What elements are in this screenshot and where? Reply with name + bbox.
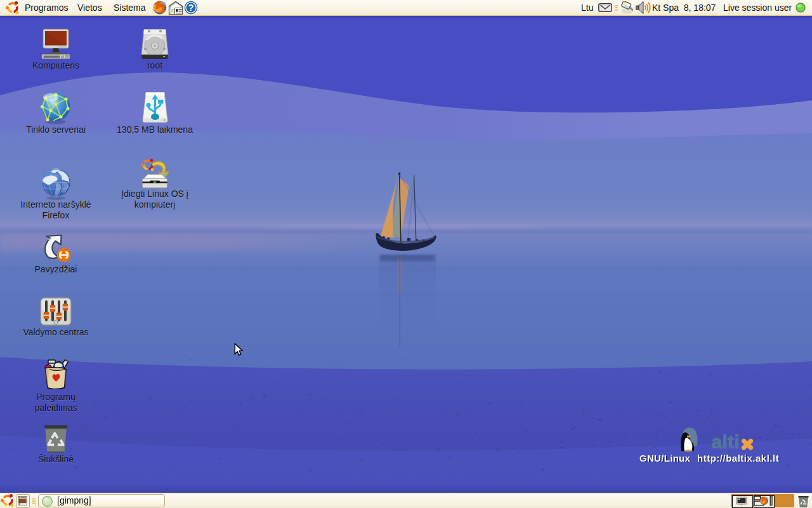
svg-text:alti: alti [712, 431, 740, 452]
svg-text:?: ? [188, 2, 193, 13]
